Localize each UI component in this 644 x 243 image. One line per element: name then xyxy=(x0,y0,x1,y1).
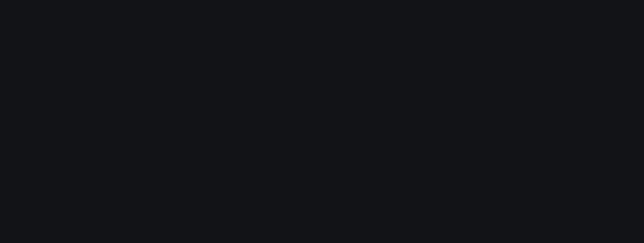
file-browser xyxy=(0,0,644,243)
